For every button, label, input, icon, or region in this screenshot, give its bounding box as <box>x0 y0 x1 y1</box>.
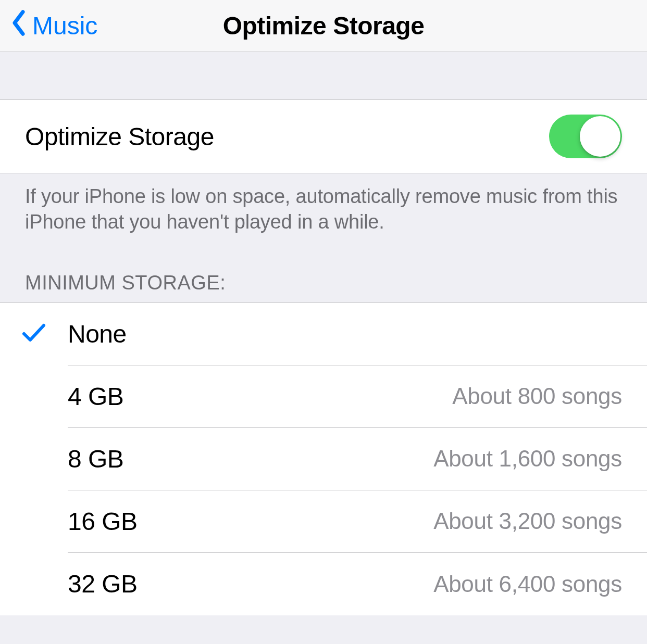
storage-option-32gb[interactable]: 32 GB About 6,400 songs <box>0 553 647 615</box>
option-detail: About 6,400 songs <box>433 571 622 597</box>
option-detail: About 800 songs <box>452 383 622 409</box>
chevron-left-icon <box>10 10 27 42</box>
storage-option-16gb[interactable]: 16 GB About 3,200 songs <box>0 490 647 553</box>
option-label: 4 GB <box>68 382 123 411</box>
option-label: None <box>68 320 127 348</box>
switch-track <box>549 115 622 158</box>
storage-option-none[interactable]: None <box>0 303 647 365</box>
minimum-storage-header: MINIMUM STORAGE: <box>0 235 647 302</box>
back-label: Music <box>32 11 97 40</box>
option-detail: About 3,200 songs <box>433 508 622 534</box>
option-label: 8 GB <box>68 445 123 473</box>
switch-thumb <box>580 116 620 157</box>
minimum-storage-list: None 4 GB About 800 songs 8 GB About 1,6… <box>0 302 647 615</box>
optimize-storage-description: If your iPhone is low on space, automati… <box>0 173 647 235</box>
option-detail: About 1,600 songs <box>433 446 622 472</box>
option-label: 32 GB <box>68 570 138 598</box>
page-title: Optimize Storage <box>223 11 425 40</box>
option-label: 16 GB <box>68 507 138 536</box>
back-button[interactable]: Music <box>10 0 97 52</box>
optimize-storage-row: Optimize Storage <box>0 100 647 173</box>
optimize-storage-switch[interactable] <box>549 115 622 158</box>
storage-option-8gb[interactable]: 8 GB About 1,600 songs <box>0 428 647 490</box>
checkmark-icon <box>21 322 46 346</box>
navigation-bar: Music Optimize Storage <box>0 0 647 52</box>
optimize-storage-label: Optimize Storage <box>25 122 214 151</box>
section-gap <box>0 52 647 100</box>
storage-option-4gb[interactable]: 4 GB About 800 songs <box>0 365 647 428</box>
